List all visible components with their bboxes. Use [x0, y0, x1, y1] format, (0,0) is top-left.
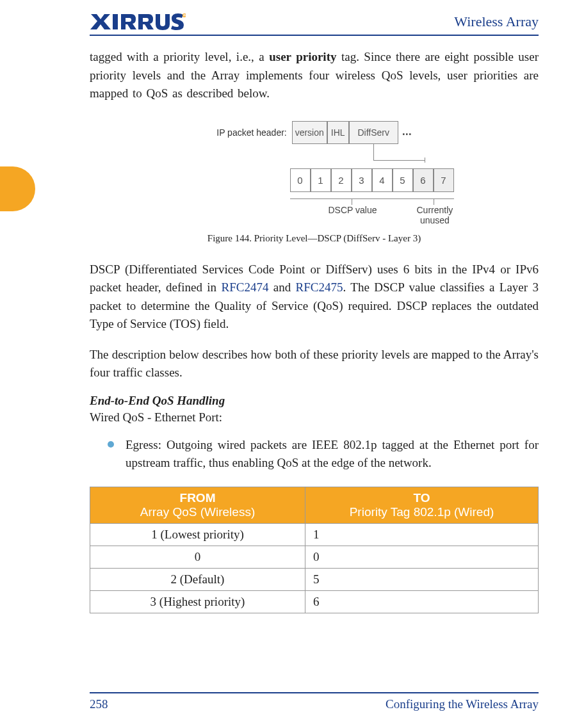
bit-2: 2	[331, 168, 352, 192]
bit-1: 1	[311, 168, 331, 192]
para2-b: and	[268, 280, 295, 294]
bullet-item: Egress: Outgoing wired packets are IEEE …	[90, 436, 539, 473]
cell-version: version	[292, 121, 327, 144]
table-header-to: TO Priority Tag 802.1p (Wired)	[305, 487, 539, 523]
paragraph-3: The description below describes how both…	[90, 346, 539, 382]
cell-ihl: IHL	[327, 121, 349, 144]
svg-marker-0	[90, 14, 111, 29]
table-row: 3 (Highest priority) 6	[90, 590, 539, 613]
footer-section: Configuring the Wireless Array	[386, 697, 539, 711]
side-tab	[0, 166, 35, 211]
section-header: End-to-End QoS Handling	[90, 394, 539, 408]
svg-rect-1	[113, 14, 118, 29]
bit-4: 4	[372, 168, 393, 192]
cell-diffserv: DiffServ	[349, 121, 398, 144]
byte-row: 0 1 2 3 4 5 6 7	[290, 168, 454, 192]
bullet-text: Egress: Outgoing wired packets are IEEE …	[126, 436, 539, 473]
qos-mapping-table: FROM Array QoS (Wireless) TO Priority Ta…	[90, 487, 539, 613]
link-rfc2474[interactable]: RFC2474	[221, 280, 268, 294]
section-sub: Wired QoS - Ethernet Port:	[90, 410, 539, 425]
unused-label-1: Currently	[417, 205, 453, 215]
table-row: 0 0	[90, 546, 539, 568]
page-header: R Wireless Array	[90, 13, 539, 36]
link-rfc2475[interactable]: RFC2475	[296, 280, 343, 294]
paragraph-1: tagged with a priority level, i.e., a us…	[90, 48, 539, 103]
bit-7: 7	[434, 168, 454, 192]
unused-label-2: unused	[420, 215, 450, 225]
doc-title: Wireless Array	[454, 13, 539, 30]
dots-icon: ...	[398, 121, 412, 144]
figure-caption: Figure 144. Priority Level—DSCP (DiffSer…	[90, 233, 539, 244]
page-footer: 258 Configuring the Wireless Array	[90, 692, 539, 711]
page-number: 258	[90, 697, 108, 711]
logo-xirrus: R	[90, 13, 186, 31]
bullet-icon	[108, 441, 114, 448]
bit-5: 5	[393, 168, 413, 192]
paragraph-2: DSCP (Differentiated Services Code Point…	[90, 261, 539, 334]
figure-diagram: IP packet header: version IHL DiffServ .…	[90, 121, 539, 218]
para1-a: tagged with a priority level, i.e., a	[90, 50, 269, 63]
ip-header-label: IP packet header:	[216, 121, 291, 144]
table-header-from: FROM Array QoS (Wireless)	[90, 487, 305, 523]
bit-6: 6	[413, 168, 434, 192]
table-row: 1 (Lowest priority) 1	[90, 523, 539, 546]
bit-0: 0	[290, 168, 311, 192]
table-row: 2 (Default) 5	[90, 568, 539, 590]
para1-bold: user priority	[269, 50, 336, 63]
dscp-value-label: DSCP value	[329, 205, 377, 215]
svg-text:R: R	[183, 15, 186, 18]
bit-3: 3	[352, 168, 372, 192]
